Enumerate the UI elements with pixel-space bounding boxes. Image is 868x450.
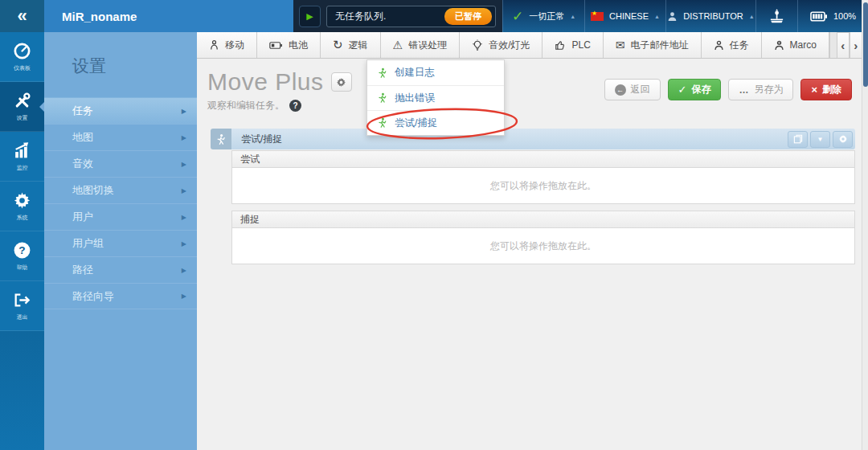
help-icon[interactable]: ?: [289, 100, 301, 112]
settings-item-map-transitions[interactable]: 地图切换 ▶: [44, 177, 197, 203]
sidebar-item-help[interactable]: ? 帮助: [0, 231, 44, 281]
tab-marco[interactable]: Marco: [762, 32, 829, 58]
status-ok-menu[interactable]: ✓ 一切正常 ▲: [502, 0, 584, 32]
caret-up-icon: ▲: [749, 14, 755, 19]
sidebar-item-monitoring[interactable]: 监控: [0, 132, 44, 182]
icon-sidebar: 仪表板 设置 监控 系统 ? 帮助 退出: [0, 32, 44, 450]
battery-label: 100%: [833, 11, 856, 21]
back-arrow-glyph: ←: [616, 86, 624, 94]
menu-item-label: 路径向导: [72, 289, 114, 304]
battery-icon: [269, 41, 283, 50]
dropdown-item-try-catch[interactable]: 尝试/捕捉: [367, 110, 504, 135]
settings-item-user-groups[interactable]: 用户组 ▶: [44, 230, 197, 256]
delete-button[interactable]: × 删除: [800, 79, 852, 100]
settings-item-maps[interactable]: 地图 ▶: [44, 124, 197, 150]
settings-item-sounds[interactable]: 音效 ▶: [44, 150, 197, 177]
warning-icon: ⚠: [393, 39, 403, 51]
tab-sound-light[interactable]: 音效/灯光: [460, 32, 542, 58]
chevron-right-icon: ▶: [182, 187, 186, 194]
mission-settings-button[interactable]: [331, 72, 352, 92]
menu-item-label: 地图: [72, 130, 93, 145]
envelope-icon: ✉: [616, 39, 625, 51]
sidebar-item-dashboard[interactable]: 仪表板: [0, 32, 44, 82]
tab-missions[interactable]: 任务: [702, 32, 762, 58]
tab-label: PLC: [571, 39, 590, 51]
toolbar-spacer: [829, 32, 830, 58]
queue-area: ▶ 无任务队列. 已暂停: [293, 0, 502, 32]
queue-status: 无任务队列. 已暂停: [326, 6, 496, 27]
person-icon: [714, 40, 724, 51]
page-header: Move Plus 观察和编辑任务。 ? ← 返回 ✓ 保存: [197, 59, 862, 129]
save-button[interactable]: ✓ 保存: [668, 79, 722, 100]
page-subtitle: 观察和编辑任务。: [207, 99, 285, 112]
copy-icon: [793, 134, 803, 144]
bulb-icon: [472, 39, 483, 51]
page-title: Move Plus: [207, 68, 324, 96]
collapse-block-button[interactable]: ▼: [810, 131, 830, 148]
sidebar-item-setup[interactable]: 设置: [0, 82, 44, 132]
block-settings-button[interactable]: [833, 131, 853, 148]
settings-item-path-guides[interactable]: 路径向导 ▶: [44, 283, 197, 309]
tab-label: 电子邮件地址: [631, 39, 689, 52]
check-icon: ✓: [678, 84, 687, 96]
user-role-label: DISTRIBUTOR: [683, 11, 743, 21]
tab-email[interactable]: ✉ 电子邮件地址: [604, 32, 702, 58]
tabs-prev-button[interactable]: ‹: [837, 32, 850, 58]
tab-plc[interactable]: PLC: [542, 32, 603, 58]
help-icon: ?: [13, 241, 31, 260]
dropdown-item-label: 尝试/捕捉: [395, 117, 437, 130]
block-buttons: ▼: [788, 131, 853, 148]
menu-item-label: 用户组: [72, 236, 104, 251]
settings-item-missions[interactable]: 任务 ▶: [44, 97, 197, 124]
error-handling-dropdown: 创建日志 抛出错误 尝试/捕捉: [366, 59, 505, 136]
tab-label: 音效/灯光: [489, 39, 530, 52]
catch-drop-zone[interactable]: 您可以将操作拖放在此。: [232, 228, 854, 264]
menu-item-label: 任务: [72, 104, 93, 118]
action-toolbar: 移动 电池 ↻ 逻辑 ⚠ 错误处理 音效/灯光 PLC: [197, 32, 862, 59]
gear-icon: [336, 77, 346, 88]
user-menu[interactable]: DISTRIBUTOR ▲: [665, 0, 755, 32]
paused-badge: 已暂停: [444, 8, 492, 25]
try-drop-zone[interactable]: 您可以将操作拖放在此。: [232, 168, 854, 203]
tab-error-handling[interactable]: ⚠ 错误处理: [381, 32, 461, 58]
try-section-header: 尝试: [232, 151, 854, 168]
language-menu[interactable]: ★ CHINESE ▲: [584, 0, 665, 32]
joystick-button[interactable]: [755, 0, 797, 32]
sidebar-item-signout[interactable]: 退出: [0, 281, 44, 331]
scrollbar-thumb[interactable]: [863, 2, 868, 87]
menu-item-label: 地图切换: [72, 183, 114, 198]
tab-logic[interactable]: ↻ 逻辑: [321, 32, 381, 58]
block-body: 尝试 您可以将操作拖放在此。 捕捉 您可以将操作拖放在此。: [231, 149, 855, 264]
duplicate-button[interactable]: [788, 131, 808, 148]
sidebar-item-system[interactable]: 系统: [0, 182, 44, 231]
sidebar-collapse-button[interactable]: «: [0, 0, 44, 32]
chevron-down-icon: ▼: [817, 136, 824, 143]
save-as-button[interactable]: … 另存为: [728, 79, 793, 100]
chevron-right-icon: ▶: [182, 214, 186, 221]
dropdown-item-label: 抛出错误: [395, 92, 435, 105]
queue-text: 无任务队列.: [335, 10, 386, 23]
block-header[interactable]: 尝试/捕捉 ▼: [211, 129, 855, 149]
dropdown-item-create-log[interactable]: 创建日志: [367, 60, 504, 85]
settings-title: 设置: [44, 32, 197, 77]
settings-panel: 设置 任务 ▶ 地图 ▶ 音效 ▶ 地图切换 ▶ 用户 ▶ 用户组 ▶ 路径 ▶: [44, 32, 197, 450]
dropdown-item-throw-error[interactable]: 抛出错误: [367, 85, 504, 110]
page-scrollbar[interactable]: [862, 0, 868, 450]
joystick-icon: [768, 8, 785, 25]
thumb-up-icon: [555, 39, 566, 51]
play-button[interactable]: ▶: [299, 6, 321, 27]
back-button[interactable]: ← 返回: [604, 79, 661, 100]
back-label: 返回: [631, 83, 650, 96]
tab-battery[interactable]: 电池: [257, 32, 321, 58]
settings-item-paths[interactable]: 路径 ▶: [44, 256, 197, 283]
caret-up-icon: ▲: [654, 14, 660, 19]
battery-status[interactable]: 100%: [797, 0, 868, 32]
tabs-next-button[interactable]: ›: [850, 32, 862, 58]
tab-label: 电池: [289, 39, 308, 52]
catch-section-header: 捕捉: [232, 211, 854, 228]
settings-item-users[interactable]: 用户 ▶: [44, 203, 197, 230]
tab-move[interactable]: 移动: [197, 32, 257, 58]
top-bar: « MiR_noname ▶ 无任务队列. 已暂停 ✓ 一切正常 ▲ ★ CHI…: [0, 0, 868, 32]
status-ok-label: 一切正常: [529, 10, 564, 22]
running-person-icon: [377, 92, 387, 104]
